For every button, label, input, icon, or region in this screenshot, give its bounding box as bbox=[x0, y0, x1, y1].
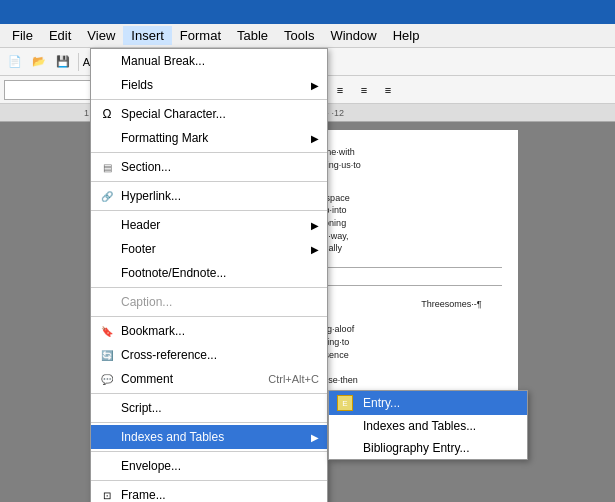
menu-caption[interactable]: Caption... bbox=[91, 290, 327, 314]
sep-3 bbox=[91, 181, 327, 182]
menu-fields[interactable]: Fields ▶ bbox=[91, 73, 327, 97]
menu-edit[interactable]: Edit bbox=[41, 26, 79, 45]
formatting-mark-arrow: ▶ bbox=[311, 133, 319, 144]
special-char-icon: Ω bbox=[99, 106, 115, 122]
menu-envelope[interactable]: Envelope... bbox=[91, 454, 327, 478]
header-label: Header bbox=[121, 218, 160, 232]
special-char-label: Special Character... bbox=[121, 107, 226, 121]
sep-8 bbox=[91, 422, 327, 423]
bibliography-label: Bibliography Entry... bbox=[363, 441, 470, 455]
menu-insert[interactable]: Insert bbox=[123, 26, 172, 45]
comment-icon: 💬 bbox=[99, 371, 115, 387]
formatting-mark-label: Formatting Mark bbox=[121, 131, 208, 145]
header-arrow: ▶ bbox=[311, 220, 319, 231]
menu-header[interactable]: Header ▶ bbox=[91, 213, 327, 237]
submenu-bibliography[interactable]: Bibliography Entry... bbox=[329, 437, 527, 459]
menu-cross-reference[interactable]: 🔄 Cross-reference... bbox=[91, 343, 327, 367]
sep-1 bbox=[91, 99, 327, 100]
sep-10 bbox=[91, 480, 327, 481]
menu-hyperlink[interactable]: 🔗 Hyperlink... bbox=[91, 184, 327, 208]
formatting-mark-icon bbox=[99, 130, 115, 146]
frame-icon: ⊡ bbox=[99, 487, 115, 502]
header-icon bbox=[99, 217, 115, 233]
menu-footnote[interactable]: Footnote/Endnote... bbox=[91, 261, 327, 285]
envelope-icon bbox=[99, 458, 115, 474]
menu-bookmark[interactable]: 🔖 Bookmark... bbox=[91, 319, 327, 343]
menu-table[interactable]: Table bbox=[229, 26, 276, 45]
menu-window[interactable]: Window bbox=[322, 26, 384, 45]
comment-shortcut: Ctrl+Alt+C bbox=[268, 373, 319, 385]
sep-4 bbox=[91, 210, 327, 211]
submenu-entry[interactable]: E Entry... bbox=[329, 391, 527, 415]
entry-label: Entry... bbox=[363, 396, 400, 410]
footer-label: Footer bbox=[121, 242, 156, 256]
manual-break-label: Manual Break... bbox=[121, 54, 205, 68]
menu-special-char[interactable]: Ω Special Character... bbox=[91, 102, 327, 126]
fields-label: Fields bbox=[121, 78, 153, 92]
menu-file[interactable]: File bbox=[4, 26, 41, 45]
open-button[interactable]: 📂 bbox=[28, 51, 50, 73]
save-button[interactable]: 💾 bbox=[52, 51, 74, 73]
indexes-and-tables-label: Indexes and Tables... bbox=[363, 419, 476, 433]
manual-break-icon bbox=[99, 53, 115, 69]
menu-bar: File Edit View Insert Format Table Tools… bbox=[0, 24, 615, 48]
menu-indexes-tables[interactable]: Indexes and Tables ▶ bbox=[91, 425, 327, 449]
align-right[interactable]: ≡ bbox=[353, 79, 375, 101]
menu-footer[interactable]: Footer ▶ bbox=[91, 237, 327, 261]
sep-6 bbox=[91, 316, 327, 317]
indexes-label: Indexes and Tables bbox=[121, 430, 224, 444]
caption-label: Caption... bbox=[121, 295, 172, 309]
envelope-label: Envelope... bbox=[121, 459, 181, 473]
title-bar bbox=[0, 0, 615, 24]
script-icon bbox=[99, 400, 115, 416]
footnote-icon bbox=[99, 265, 115, 281]
align-justify[interactable]: ≡ bbox=[377, 79, 399, 101]
align-center[interactable]: ≡ bbox=[329, 79, 351, 101]
comment-label: Comment bbox=[121, 372, 173, 386]
indexes-icon bbox=[99, 429, 115, 445]
menu-help[interactable]: Help bbox=[385, 26, 428, 45]
insert-menu-dropdown: Manual Break... Fields ▶ Ω Special Chara… bbox=[90, 48, 328, 502]
indexes-arrow: ▶ bbox=[311, 432, 319, 443]
section-icon: ▤ bbox=[99, 159, 115, 175]
footer-icon bbox=[99, 241, 115, 257]
entry-icon: E bbox=[337, 395, 353, 411]
menu-comment[interactable]: 💬 Comment Ctrl+Alt+C bbox=[91, 367, 327, 391]
bookmark-label: Bookmark... bbox=[121, 324, 185, 338]
hyperlink-icon: 🔗 bbox=[99, 188, 115, 204]
menu-formatting-mark[interactable]: Formatting Mark ▶ bbox=[91, 126, 327, 150]
caption-icon bbox=[99, 294, 115, 310]
menu-format[interactable]: Format bbox=[172, 26, 229, 45]
sep-7 bbox=[91, 393, 327, 394]
hyperlink-label: Hyperlink... bbox=[121, 189, 181, 203]
sep-2 bbox=[91, 152, 327, 153]
menu-section[interactable]: ▤ Section... bbox=[91, 155, 327, 179]
fields-icon bbox=[99, 77, 115, 93]
fields-arrow: ▶ bbox=[311, 80, 319, 91]
cross-ref-label: Cross-reference... bbox=[121, 348, 217, 362]
new-button[interactable]: 📄 bbox=[4, 51, 26, 73]
menu-tools[interactable]: Tools bbox=[276, 26, 322, 45]
menu-view[interactable]: View bbox=[79, 26, 123, 45]
section-label: Section... bbox=[121, 160, 171, 174]
sep1 bbox=[78, 53, 79, 71]
indexes-submenu: E Entry... Indexes and Tables... Bibliog… bbox=[328, 390, 528, 460]
submenu-indexes-and-tables[interactable]: Indexes and Tables... bbox=[329, 415, 527, 437]
style-selector[interactable] bbox=[4, 80, 104, 100]
script-label: Script... bbox=[121, 401, 162, 415]
cross-ref-icon: 🔄 bbox=[99, 347, 115, 363]
menu-frame[interactable]: ⊡ Frame... bbox=[91, 483, 327, 502]
frame-label: Frame... bbox=[121, 488, 166, 502]
bookmark-icon: 🔖 bbox=[99, 323, 115, 339]
menu-manual-break[interactable]: Manual Break... bbox=[91, 49, 327, 73]
sep-9 bbox=[91, 451, 327, 452]
menu-script[interactable]: Script... bbox=[91, 396, 327, 420]
sep-5 bbox=[91, 287, 327, 288]
footnote-label: Footnote/Endnote... bbox=[121, 266, 226, 280]
footer-arrow: ▶ bbox=[311, 244, 319, 255]
